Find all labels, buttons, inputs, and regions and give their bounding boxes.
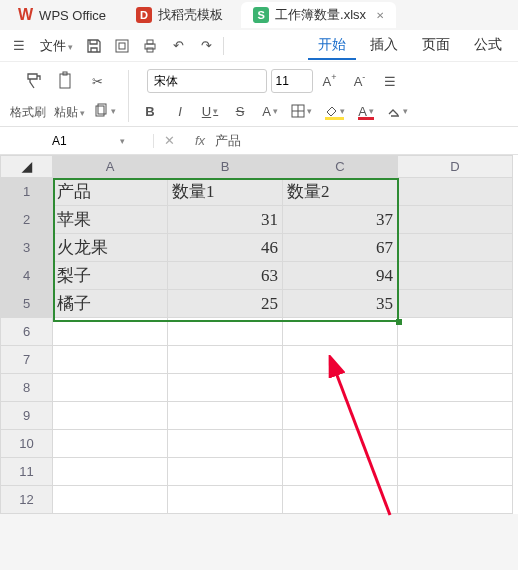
clear-format-button[interactable]: ▾: [383, 98, 412, 124]
more-font-icon[interactable]: ☰: [377, 68, 403, 94]
row-head-2[interactable]: 2: [1, 206, 53, 234]
cell-d5[interactable]: [398, 290, 513, 318]
cell-c2[interactable]: 37: [283, 206, 398, 234]
col-head-d[interactable]: D: [398, 156, 513, 178]
row-head-3[interactable]: 3: [1, 234, 53, 262]
text-format-button[interactable]: A▾: [257, 98, 283, 124]
cell-d2[interactable]: [398, 206, 513, 234]
wps-logo-icon: W: [18, 6, 33, 24]
cell-b3[interactable]: 46: [168, 234, 283, 262]
row-head-10[interactable]: 10: [1, 430, 53, 458]
formula-bar-value[interactable]: 产品: [215, 132, 241, 150]
formula-bar-row: ▾ ✕ fx 产品: [0, 127, 518, 155]
file-menu-label: 文件: [40, 38, 66, 53]
tab-template-store-label: 找稻壳模板: [158, 6, 223, 24]
docer-logo-icon: D: [136, 7, 152, 23]
cell-d1[interactable]: [398, 178, 513, 206]
italic-button[interactable]: I: [167, 98, 193, 124]
ribbon-tab-page[interactable]: 页面: [412, 32, 460, 60]
print-preview-icon[interactable]: [109, 33, 135, 59]
svg-rect-5: [60, 74, 70, 88]
spreadsheet-file-icon: S: [253, 7, 269, 23]
fx-icon[interactable]: fx: [185, 133, 215, 148]
name-box-input[interactable]: [52, 134, 112, 148]
underline-button[interactable]: U▾: [197, 98, 223, 124]
paste-icon[interactable]: [52, 68, 80, 94]
cell-a1[interactable]: 产品: [53, 178, 168, 206]
row-head-8[interactable]: 8: [1, 374, 53, 402]
redo-icon[interactable]: ↷: [193, 33, 219, 59]
format-painter-label: 格式刷: [10, 104, 46, 121]
cut-icon[interactable]: ✂: [84, 68, 110, 94]
ribbon-tab-start-label: 开始: [318, 36, 346, 52]
row-head-9[interactable]: 9: [1, 402, 53, 430]
copy-icon[interactable]: ▾: [89, 101, 120, 121]
ribbon-tab-insert[interactable]: 插入: [360, 32, 408, 60]
ribbon-tabs: 开始 插入 页面 公式: [308, 32, 512, 60]
increase-font-icon[interactable]: A+: [317, 68, 343, 94]
cell-d3[interactable]: [398, 234, 513, 262]
font-color-button[interactable]: A▾: [353, 98, 379, 124]
tab-current-workbook[interactable]: S 工作簿数量.xlsx ✕: [241, 2, 396, 28]
cell-a2[interactable]: 苹果: [53, 206, 168, 234]
window-tab-bar: W WPS Office D 找稻壳模板 S 工作簿数量.xlsx ✕: [0, 0, 518, 30]
cell-c1[interactable]: 数量2: [283, 178, 398, 206]
chevron-down-icon: ▾: [120, 136, 125, 146]
cell-a4[interactable]: 梨子: [53, 262, 168, 290]
paste-label: 粘贴▾: [54, 104, 85, 121]
spreadsheet-grid: ◢ A B C D 1 产品 数量1 数量2 2 苹果 31 37 3 火龙果 …: [0, 155, 518, 514]
decrease-font-icon[interactable]: A-: [347, 68, 373, 94]
row-head-6[interactable]: 6: [1, 318, 53, 346]
tab-template-store[interactable]: D 找稻壳模板: [124, 2, 235, 28]
row-head-12[interactable]: 12: [1, 486, 53, 514]
ribbon-tab-formula-label: 公式: [474, 36, 502, 52]
cell-b1[interactable]: 数量1: [168, 178, 283, 206]
group-clipboard: ✂ 格式刷 粘贴▾ ▾: [4, 66, 126, 126]
bold-button[interactable]: B: [137, 98, 163, 124]
tab-current-workbook-label: 工作簿数量.xlsx: [275, 6, 366, 24]
cell-a3[interactable]: 火龙果: [53, 234, 168, 262]
ribbon-toolbar: ✂ 格式刷 粘贴▾ ▾ A+ A- ☰ B I U▾ S A▾ ▾: [0, 62, 518, 127]
cell-b4[interactable]: 63: [168, 262, 283, 290]
font-name-select[interactable]: [147, 69, 267, 93]
quick-access-and-menus: ☰ 文件▾ ↶ ↷ 开始 插入 页面 公式: [0, 30, 518, 62]
svg-rect-3: [147, 40, 153, 44]
print-icon[interactable]: [137, 33, 163, 59]
row-head-1[interactable]: 1: [1, 178, 53, 206]
undo-icon[interactable]: ↶: [165, 33, 191, 59]
row-head-4[interactable]: 4: [1, 262, 53, 290]
close-tab-icon[interactable]: ✕: [376, 10, 384, 21]
col-head-a[interactable]: A: [53, 156, 168, 178]
cell-b5[interactable]: 25: [168, 290, 283, 318]
row-head-7[interactable]: 7: [1, 346, 53, 374]
tab-app-home[interactable]: W WPS Office: [6, 2, 118, 28]
cell-c5[interactable]: 35: [283, 290, 398, 318]
cell-c3[interactable]: 67: [283, 234, 398, 262]
strikethrough-button[interactable]: S: [227, 98, 253, 124]
row-head-11[interactable]: 11: [1, 458, 53, 486]
ribbon-tab-start[interactable]: 开始: [308, 32, 356, 60]
select-all-corner[interactable]: ◢: [1, 156, 53, 178]
fill-color-button[interactable]: ▾: [320, 98, 349, 124]
group-font: A+ A- ☰ B I U▾ S A▾ ▾ ▾ A▾ ▾: [131, 66, 418, 126]
cell-c4[interactable]: 94: [283, 262, 398, 290]
borders-button[interactable]: ▾: [287, 98, 316, 124]
font-size-select[interactable]: [271, 69, 313, 93]
cancel-icon[interactable]: ✕: [154, 133, 185, 148]
save-icon[interactable]: [81, 33, 107, 59]
cell-d4[interactable]: [398, 262, 513, 290]
format-painter-icon[interactable]: [20, 68, 48, 94]
col-head-c[interactable]: C: [283, 156, 398, 178]
cell-b2[interactable]: 31: [168, 206, 283, 234]
col-head-b[interactable]: B: [168, 156, 283, 178]
file-menu[interactable]: 文件▾: [34, 37, 79, 55]
hamburger-menu-icon[interactable]: ☰: [6, 33, 32, 59]
tab-app-home-label: WPS Office: [39, 8, 106, 23]
row-head-5[interactable]: 5: [1, 290, 53, 318]
grid-table[interactable]: ◢ A B C D 1 产品 数量1 数量2 2 苹果 31 37 3 火龙果 …: [0, 155, 513, 514]
cell-a5[interactable]: 橘子: [53, 290, 168, 318]
ribbon-tab-formula[interactable]: 公式: [464, 32, 512, 60]
name-box[interactable]: ▾: [44, 134, 154, 148]
svg-rect-1: [119, 43, 125, 49]
ribbon-tab-insert-label: 插入: [370, 36, 398, 52]
